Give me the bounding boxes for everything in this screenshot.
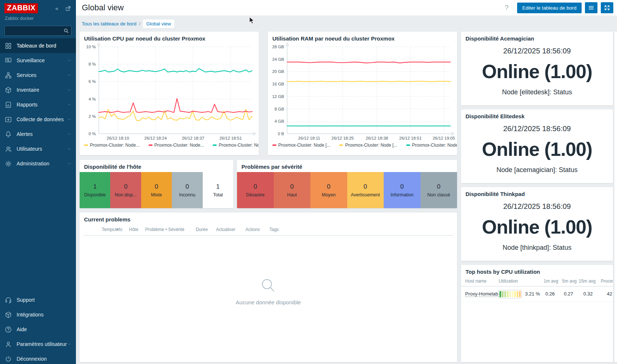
top-hosts-column-6: Proces xyxy=(601,279,613,284)
sidebar-item-data-collection[interactable]: Collecte de données xyxy=(0,112,76,127)
processes: 42 xyxy=(599,291,612,297)
zabbix-logo[interactable]: ZABBIX xyxy=(4,3,38,13)
user-icon xyxy=(4,340,12,348)
svg-text:26/12 18:10: 26/12 18:10 xyxy=(107,136,129,140)
avg-15m: 0.32 xyxy=(576,291,593,297)
card-status: Online (1.00) xyxy=(482,60,592,83)
sidebar-item-user-settings[interactable]: Paramètres utilisateur xyxy=(0,337,76,351)
sidebar-item-services[interactable]: Services xyxy=(0,68,76,83)
help-icon[interactable]: ? xyxy=(499,4,514,12)
host-availability-cell-disponible[interactable]: 1Disponible xyxy=(80,172,110,208)
cell-count: 1 xyxy=(93,183,97,190)
problems-column-3[interactable]: Hôte xyxy=(129,227,138,232)
legend-label: Proxmox-Cluster: Node [... xyxy=(278,143,330,148)
dashboard-menu-button[interactable] xyxy=(585,2,597,13)
problems-column-2[interactable]: Info xyxy=(115,227,122,232)
svg-text:26/12 18:51: 26/12 18:51 xyxy=(399,136,422,140)
host-link[interactable]: Proxy-Homelab xyxy=(465,291,498,297)
page-title: Global view xyxy=(82,3,124,13)
hamburger-icon xyxy=(588,4,595,11)
expand-icon xyxy=(604,4,610,11)
sidebar-item-administration[interactable]: Administration xyxy=(0,156,76,171)
utilization-segment xyxy=(517,291,519,297)
sidebar-item-dashboard[interactable]: Tableaux de bord xyxy=(0,38,76,53)
legend-item[interactable]: Proxmox-Cluster: Node [... xyxy=(406,143,457,148)
sidebar-item-monitoring[interactable]: Surveillance xyxy=(0,53,76,68)
cell-label: Non classé xyxy=(427,192,450,197)
svg-text:0 B: 0 B xyxy=(278,132,285,136)
top-hosts-table-header: Host nameUtilization1m avg5m avg15m avgP… xyxy=(461,276,613,287)
search-empty-icon xyxy=(260,277,277,294)
legend-color-swatch xyxy=(272,144,276,146)
cell-label: Avertissement xyxy=(351,192,380,197)
sidebar-item-alerts[interactable]: Alertes xyxy=(0,127,76,141)
hide-sidebar-icon[interactable] xyxy=(65,5,72,12)
legend-item[interactable]: Proxmox-Cluster: Node... xyxy=(84,143,140,148)
breadcrumb-current[interactable]: Global view xyxy=(143,20,174,28)
svg-text:2 %: 2 % xyxy=(88,114,96,119)
problems-column-8[interactable]: Tags xyxy=(269,227,279,232)
top-hosts-column-1: Host name xyxy=(465,279,487,284)
sidebar-item-reports[interactable]: Rapports xyxy=(0,97,76,112)
card-status: Online (1.00) xyxy=(482,138,592,160)
cpu-chart-canvas[interactable]: 0 %2 %4 %6 %8 %10 %26/12 18:1026/12 18:2… xyxy=(82,42,257,143)
sidebar: ZABBIX « Zabbix docker Tableaux de bordS… xyxy=(0,0,76,364)
legend-label: Proxmox-Cluster: Node... xyxy=(154,143,204,148)
cell-label: Mixte xyxy=(151,192,162,197)
utilization-segment xyxy=(507,291,509,297)
severity-cell-moyen[interactable]: 0Moyen xyxy=(310,172,347,208)
utilization-segment xyxy=(504,291,506,297)
severity-cell-information[interactable]: 0Information xyxy=(384,172,421,208)
chevron-down-icon xyxy=(67,117,72,122)
breadcrumb-separator: / xyxy=(139,21,140,27)
legend-item[interactable]: Proxmox-Cluster: Node [... xyxy=(339,143,397,148)
ram-chart-widget: Utilisation RAM par noeud du cluster Pro… xyxy=(268,32,457,155)
sidebar-item-support[interactable]: Support xyxy=(0,293,76,307)
edit-dashboard-button[interactable]: Editer le tableau de bord xyxy=(517,3,582,13)
cell-count: 0 xyxy=(364,183,367,190)
ram-chart-canvas[interactable]: 0 B4 GB8 GB12 GB16 GB20 GB24 GB28 GB26/1… xyxy=(270,42,455,143)
card-item-label: Node [thinkpad]: Status xyxy=(502,244,571,252)
cpu-chart-legend: Proxmox-Cluster: Node...Proxmox-Cluster:… xyxy=(84,143,259,148)
current-problems-widget: Current problems Temps▼InfoHôteProblème … xyxy=(80,213,457,362)
cell-count: 0 xyxy=(290,183,294,190)
sidebar-item-help[interactable]: Aide xyxy=(0,322,76,337)
collapse-sidebar-icon[interactable]: « xyxy=(55,5,62,12)
sidebar-item-integrations[interactable]: Intégrations xyxy=(0,307,76,322)
sidebar-item-label: Alertes xyxy=(17,131,33,137)
svg-text:10 %: 10 % xyxy=(86,45,96,49)
legend-item[interactable]: Proxmox-Cluster: Node... xyxy=(149,143,204,148)
legend-item[interactable]: Proxmox-Cluster: Node [... xyxy=(272,143,330,148)
sidebar-item-inventory[interactable]: Inventaire xyxy=(0,83,76,97)
host-availability-cell-mixte[interactable]: 0Mixte xyxy=(141,172,172,208)
severity-cell-non-classe[interactable]: 0Non classé xyxy=(421,172,457,208)
problems-column-6[interactable]: Actualiser xyxy=(216,227,236,232)
svg-text:26/12 18:38: 26/12 18:38 xyxy=(366,136,388,140)
sidebar-item-signout[interactable]: Déconnexion xyxy=(0,351,76,364)
search-input[interactable] xyxy=(4,26,72,36)
chevron-down-icon xyxy=(67,132,72,136)
sidebar-item-label: Tableaux de bord xyxy=(17,43,56,49)
sidebar-item-label: Administration xyxy=(17,161,49,167)
severity-cell-desastre[interactable]: 0Désastre xyxy=(237,172,274,208)
utilization-segment xyxy=(514,291,516,297)
integrations-icon xyxy=(4,311,12,319)
problems-column-4[interactable]: Problème • Sévérité xyxy=(145,227,184,232)
sidebar-item-users[interactable]: Utilisateurs xyxy=(0,141,76,156)
breadcrumb-all-dashboards-link[interactable]: Tous les tableaux de bord xyxy=(82,21,136,27)
problems-column-5[interactable]: Durée xyxy=(196,227,208,232)
widget-title: Utilisation CPU par noeud du cluster Pro… xyxy=(80,32,259,42)
host-availability-cell-inconnu[interactable]: 0Inconnu xyxy=(172,172,202,208)
legend-item[interactable]: Proxmox-Cluster: Node... xyxy=(213,143,259,148)
host-availability-cell-total[interactable]: 1Total xyxy=(203,172,233,208)
inventory-icon xyxy=(4,86,12,94)
severity-cell-avertissement[interactable]: 0Avertissement xyxy=(347,172,384,208)
cell-count: 0 xyxy=(155,183,158,190)
data-collection-icon xyxy=(4,116,12,123)
severity-cell-haut[interactable]: 0Haut xyxy=(274,172,311,208)
fullscreen-button[interactable] xyxy=(601,2,613,13)
host-availability-cell-non-disponible[interactable]: 0Non disp... xyxy=(110,172,141,208)
svg-text:16 GB: 16 GB xyxy=(272,82,284,86)
search-icon[interactable] xyxy=(63,28,69,34)
problems-column-7[interactable]: Actions xyxy=(245,227,260,232)
